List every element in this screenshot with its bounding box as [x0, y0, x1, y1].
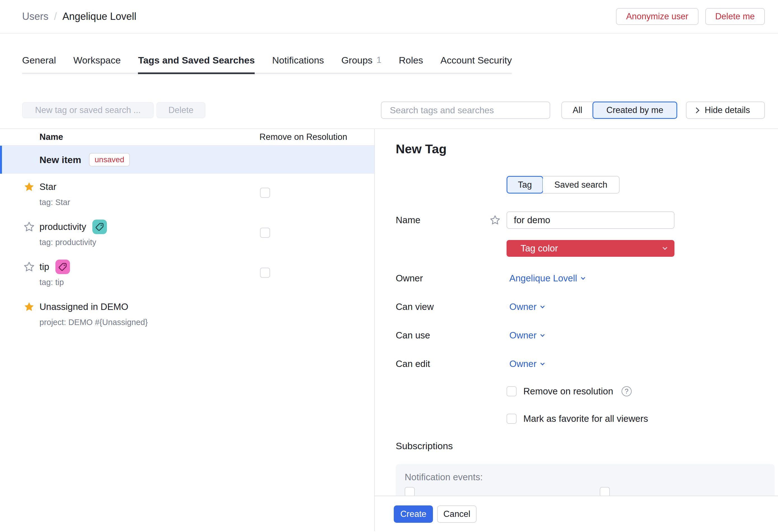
mark-favorite-checkbox[interactable]	[507, 414, 517, 424]
list-item-tip[interactable]: tip tag: tip	[0, 254, 374, 294]
tab-notifications[interactable]: Notifications	[272, 55, 324, 74]
tab-groups-label: Groups	[341, 55, 373, 66]
list-item-subtitle: tag: productivity	[40, 238, 374, 247]
subscriptions-heading: Subscriptions	[396, 441, 778, 452]
filter-created-by-me-button[interactable]: Created by me	[593, 101, 677, 119]
can-view-label: Can view	[396, 301, 434, 312]
cancel-button[interactable]: Cancel	[437, 506, 477, 523]
tab-workspace[interactable]: Workspace	[73, 55, 121, 74]
unsaved-badge: unsaved	[89, 153, 130, 166]
tag-color-select[interactable]: Tag color	[507, 240, 675, 257]
owner-value: Angelique Lovell	[509, 273, 577, 284]
list-item-unassigned-in-demo[interactable]: Unassigned in DEMO project: DEMO #{Unass…	[0, 294, 374, 334]
delete-me-button[interactable]: Delete me	[705, 8, 765, 25]
can-edit-select[interactable]: Owner	[509, 359, 544, 369]
remove-on-resolution-checkbox[interactable]	[260, 268, 270, 278]
breadcrumb-current-user: Angelique Lovell	[62, 11, 136, 22]
list-item-subtitle: tag: tip	[40, 278, 374, 287]
tab-general[interactable]: General	[22, 55, 56, 74]
tab-groups-count: 1	[376, 55, 381, 65]
favorite-star-outline-icon[interactable]	[490, 215, 500, 226]
tag-icon	[58, 262, 67, 271]
can-view-select[interactable]: Owner	[509, 301, 544, 312]
list-item-title: New item	[40, 154, 81, 165]
page-header: Users / Angelique Lovell Anonymize user …	[0, 0, 778, 33]
favorite-star-icon[interactable]	[23, 181, 35, 192]
tab-roles[interactable]: Roles	[399, 55, 423, 74]
details-title: New Tag	[396, 142, 778, 156]
column-name: Name	[40, 132, 63, 142]
anonymize-user-button[interactable]: Anonymize user	[616, 8, 698, 25]
list-item-productivity[interactable]: productivity tag: productivity	[0, 214, 374, 254]
chevron-right-icon	[694, 107, 699, 113]
search-tags-input[interactable]	[381, 101, 550, 119]
tab-tags-and-saved-searches[interactable]: Tags and Saved Searches	[138, 55, 255, 74]
type-tag-button[interactable]: Tag	[507, 176, 543, 193]
column-remove-on-resolution: Remove on Resolution	[259, 132, 347, 142]
breadcrumb-users-link[interactable]: Users	[22, 11, 49, 22]
owner-label: Owner	[396, 273, 423, 284]
can-edit-value: Owner	[509, 359, 537, 369]
list-item-title: tip	[40, 262, 49, 272]
remove-on-resolution-checkbox[interactable]	[507, 386, 517, 396]
tag-color-chip-teal	[92, 219, 107, 234]
tab-account-security[interactable]: Account Security	[441, 55, 512, 74]
tag-icon	[95, 223, 104, 231]
list-item-star[interactable]: Star tag: Star	[0, 174, 374, 214]
breadcrumb: Users / Angelique Lovell	[22, 11, 136, 22]
can-use-label: Can use	[396, 330, 430, 341]
tag-color-chip-pink	[56, 260, 70, 274]
favorite-star-icon[interactable]	[23, 301, 35, 313]
list-item-subtitle: tag: Star	[40, 198, 374, 207]
details-footer: Create Cancel	[375, 496, 778, 531]
list-item-title: Unassigned in DEMO	[40, 301, 128, 312]
list-item-title: productivity	[40, 221, 86, 232]
remove-on-resolution-checkbox[interactable]	[260, 188, 270, 198]
owner-select[interactable]: Angelique Lovell	[509, 273, 585, 284]
can-use-select[interactable]: Owner	[509, 330, 544, 341]
type-saved-search-button[interactable]: Saved search	[543, 176, 619, 193]
notification-events-label: Notification events:	[405, 472, 775, 483]
content-split: Name Remove on Resolution New item unsav…	[0, 128, 778, 531]
type-toggle-group: Tag Saved search	[507, 176, 620, 193]
name-field-label: Name	[396, 215, 420, 226]
list-item-title: Star	[40, 182, 57, 192]
tab-bar: General Workspace Tags and Saved Searche…	[0, 33, 778, 74]
list-item-new-item[interactable]: New item unsaved	[0, 146, 374, 174]
tab-groups[interactable]: Groups 1	[341, 55, 381, 74]
remove-on-resolution-label: Remove on resolution	[523, 386, 613, 396]
chevron-down-icon	[540, 361, 545, 365]
chevron-down-icon	[540, 332, 545, 337]
help-icon[interactable]: ?	[622, 386, 632, 396]
delete-tag-button[interactable]: Delete	[156, 102, 206, 118]
tags-list-panel: Name Remove on Resolution New item unsav…	[0, 129, 375, 531]
can-edit-label: Can edit	[396, 359, 430, 369]
hide-details-label: Hide details	[705, 105, 750, 115]
list-item-subtitle: project: DEMO #{Unassigned}	[40, 318, 374, 327]
create-button[interactable]: Create	[394, 506, 433, 523]
breadcrumb-separator: /	[54, 11, 57, 22]
tags-toolbar: New tag or saved search ... Delete All C…	[22, 101, 765, 119]
header-actions: Anonymize user Delete me	[616, 8, 765, 25]
favorite-star-outline-icon[interactable]	[23, 261, 35, 272]
chevron-down-icon	[663, 245, 668, 250]
can-use-value: Owner	[509, 330, 537, 341]
filter-toggle-group: All Created by me	[561, 101, 677, 119]
hide-details-button[interactable]: Hide details	[686, 101, 765, 119]
list-header-row: Name Remove on Resolution	[0, 129, 374, 146]
user-profile-page: Users / Angelique Lovell Anonymize user …	[0, 0, 778, 532]
mark-favorite-label: Mark as favorite for all viewers	[523, 414, 648, 424]
chevron-down-icon	[540, 304, 545, 308]
favorite-star-outline-icon[interactable]	[23, 221, 35, 233]
remove-on-resolution-checkbox[interactable]	[260, 228, 270, 238]
can-view-value: Owner	[509, 301, 537, 312]
new-tag-or-search-button[interactable]: New tag or saved search ...	[22, 102, 154, 118]
tag-color-label: Tag color	[521, 243, 558, 254]
tag-name-input[interactable]	[507, 211, 675, 229]
chevron-down-icon	[581, 275, 586, 280]
filter-all-button[interactable]: All	[562, 102, 593, 118]
tag-details-panel: New Tag Tag Saved search Name	[375, 129, 778, 531]
